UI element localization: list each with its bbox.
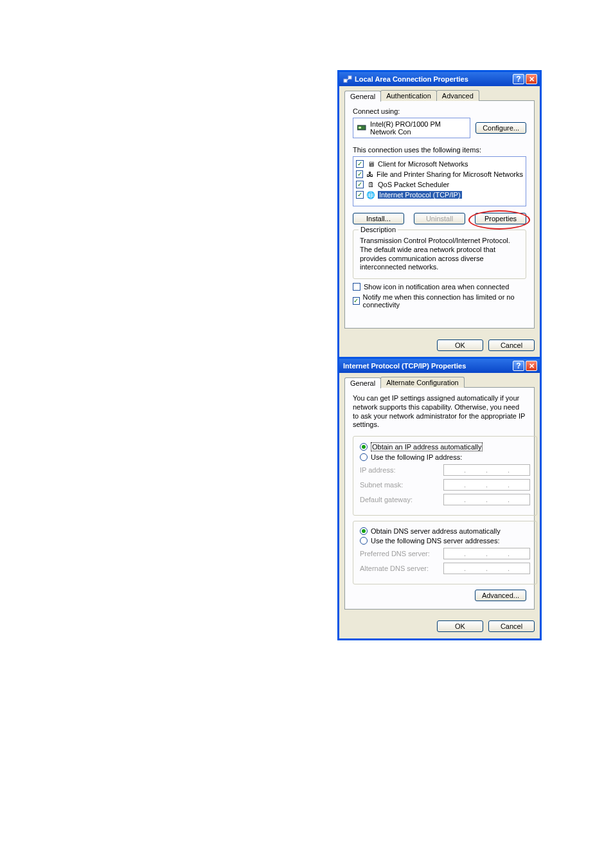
alternate-dns-input: ... <box>443 563 530 574</box>
radio-obtain-ip[interactable]: Obtain an IP address automatically <box>360 442 530 451</box>
dialog-button-row: OK Cancel <box>339 615 540 638</box>
radio-label: Use the following DNS server addresses: <box>371 537 500 545</box>
tab-alternate-config[interactable]: Alternate Configuration <box>380 377 465 388</box>
checkbox-icon[interactable] <box>356 191 364 199</box>
list-item[interactable]: 🖧 File and Printer Sharing for Microsoft… <box>356 169 523 179</box>
close-button[interactable] <box>526 74 537 84</box>
checkbox-icon[interactable] <box>356 181 364 188</box>
subnet-input: ... <box>443 479 530 491</box>
adapter-field[interactable]: Intel(R) PRO/1000 PM Network Con <box>353 118 470 138</box>
preferred-dns-input: ... <box>443 548 530 559</box>
tab-authentication[interactable]: Authentication <box>380 90 437 101</box>
tab-strip: General Authentication Advanced <box>344 90 535 101</box>
radio-obtain-dns[interactable]: Obtain DNS server address automatically <box>360 527 530 535</box>
notify-checkbox[interactable]: Notify me when this connection has limit… <box>353 293 526 309</box>
gateway-row: Default gateway: ... <box>360 494 530 505</box>
ip-address-input: ... <box>443 464 530 476</box>
dns-group: Obtain DNS server address automatically … <box>353 521 537 584</box>
dialog-title: Internet Protocol (TCP/IP) Properties <box>343 362 466 370</box>
help-button[interactable] <box>513 74 524 84</box>
description-text: Transmission Control Protocol/Internet P… <box>360 237 519 272</box>
components-list[interactable]: 🖥 Client for Microsoft Networks 🖧 File a… <box>353 156 526 206</box>
checkbox-label: Show icon in notification area when conn… <box>364 283 509 291</box>
radio-use-ip[interactable]: Use the following IP address: <box>360 453 530 461</box>
connection-icon <box>343 75 352 84</box>
help-button[interactable] <box>513 361 524 371</box>
gateway-label: Default gateway: <box>360 496 443 503</box>
service-icon: 🖧 <box>366 170 374 179</box>
properties-button[interactable]: Properties <box>475 213 526 224</box>
checkbox-label: Notify me when this connection has limit… <box>363 293 526 309</box>
show-icon-checkbox[interactable]: Show icon in notification area when conn… <box>353 283 526 291</box>
tab-advanced[interactable]: Advanced <box>436 90 479 101</box>
protocol-icon: 🌐 <box>366 190 375 199</box>
subnet-row: Subnet mask: ... <box>360 479 530 491</box>
radio-icon[interactable] <box>360 537 368 545</box>
subnet-label: Subnet mask: <box>360 481 443 489</box>
service-icon: 🗓 <box>366 180 375 189</box>
svg-rect-4 <box>359 127 361 129</box>
gateway-input: ... <box>443 494 530 505</box>
checkbox-icon[interactable] <box>353 283 360 291</box>
connect-using-label: Connect using: <box>353 107 526 115</box>
lan-properties-dialog: Local Area Connection Properties General… <box>337 70 542 359</box>
preferred-dns-label: Preferred DNS server: <box>360 550 443 557</box>
description-group: Description Transmission Control Protoco… <box>353 230 526 279</box>
list-item[interactable]: 🗓 QoS Packet Scheduler <box>356 179 523 190</box>
preferred-dns-row: Preferred DNS server: ... <box>360 548 530 559</box>
list-item-selected[interactable]: 🌐 Internet Protocol (TCP/IP) <box>356 190 523 200</box>
install-button[interactable]: Install... <box>353 213 404 224</box>
alternate-dns-label: Alternate DNS server: <box>360 565 443 572</box>
ip-address-group: Obtain an IP address automatically Use t… <box>353 436 537 516</box>
list-item-label: File and Printer Sharing for Microsoft N… <box>377 170 523 178</box>
uninstall-button: Uninstall <box>414 213 465 224</box>
configure-button[interactable]: Configure... <box>475 122 526 134</box>
dialog-button-row: OK Cancel <box>339 334 540 357</box>
tab-panel-general: You can get IP settings assigned automat… <box>344 387 535 610</box>
uses-label: This connection uses the following items… <box>353 146 526 154</box>
ok-button[interactable]: OK <box>437 620 483 632</box>
checkbox-icon[interactable] <box>356 160 364 168</box>
ip-address-label: IP address: <box>360 466 443 474</box>
client-icon: 🖥 <box>366 159 375 168</box>
radio-use-dns[interactable]: Use the following DNS server addresses: <box>360 537 530 545</box>
description-heading: Description <box>359 226 398 233</box>
alternate-dns-row: Alternate DNS server: ... <box>360 563 530 574</box>
nic-icon <box>357 123 366 132</box>
tab-strip: General Alternate Configuration <box>344 377 535 388</box>
checkbox-icon[interactable] <box>356 170 363 178</box>
cancel-button[interactable]: Cancel <box>488 620 535 632</box>
svg-rect-0 <box>344 79 347 82</box>
radio-label: Obtain an IP address automatically <box>371 442 483 451</box>
ip-address-row: IP address: ... <box>360 464 530 476</box>
adapter-name: Intel(R) PRO/1000 PM Network Con <box>370 120 466 136</box>
tab-general[interactable]: General <box>344 91 381 102</box>
intro-text: You can get IP settings assigned automat… <box>353 394 526 429</box>
radio-label: Obtain DNS server address automatically <box>371 527 501 535</box>
close-button[interactable] <box>526 361 537 371</box>
tcpip-properties-dialog: Internet Protocol (TCP/IP) Properties Ge… <box>337 357 542 640</box>
radio-label: Use the following IP address: <box>371 453 462 461</box>
titlebar[interactable]: Internet Protocol (TCP/IP) Properties <box>339 359 540 373</box>
ok-button[interactable]: OK <box>437 339 483 351</box>
tab-panel-general: Connect using: Intel(R) PRO/1000 PM Netw… <box>344 100 535 329</box>
list-item-label: Internet Protocol (TCP/IP) <box>378 191 462 199</box>
svg-rect-3 <box>357 125 366 130</box>
radio-icon[interactable] <box>360 453 368 461</box>
radio-icon[interactable] <box>360 443 368 451</box>
tab-general[interactable]: General <box>344 377 381 388</box>
titlebar[interactable]: Local Area Connection Properties <box>339 72 540 86</box>
dialog-title: Local Area Connection Properties <box>355 75 468 83</box>
list-item[interactable]: 🖥 Client for Microsoft Networks <box>356 159 523 169</box>
checkbox-icon[interactable] <box>353 297 360 305</box>
cancel-button[interactable]: Cancel <box>488 339 535 351</box>
radio-icon[interactable] <box>360 527 368 535</box>
advanced-button[interactable]: Advanced... <box>475 590 526 601</box>
list-item-label: Client for Microsoft Networks <box>378 160 468 168</box>
list-item-label: QoS Packet Scheduler <box>378 181 449 188</box>
